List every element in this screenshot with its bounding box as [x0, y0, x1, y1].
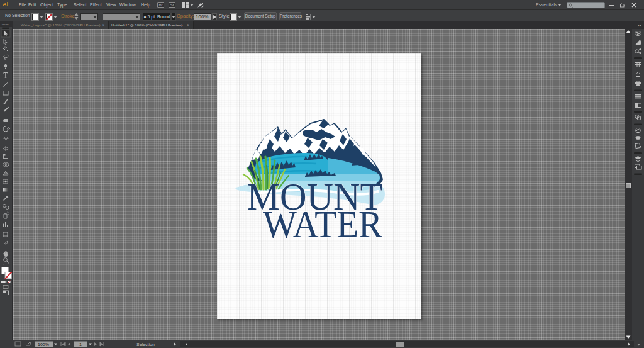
svg-text:WATER: WATER — [263, 203, 383, 245]
svg-text:100%: 100% — [38, 342, 49, 347]
svg-text:Selection: Selection — [136, 342, 155, 347]
svg-text:1: 1 — [79, 342, 82, 347]
